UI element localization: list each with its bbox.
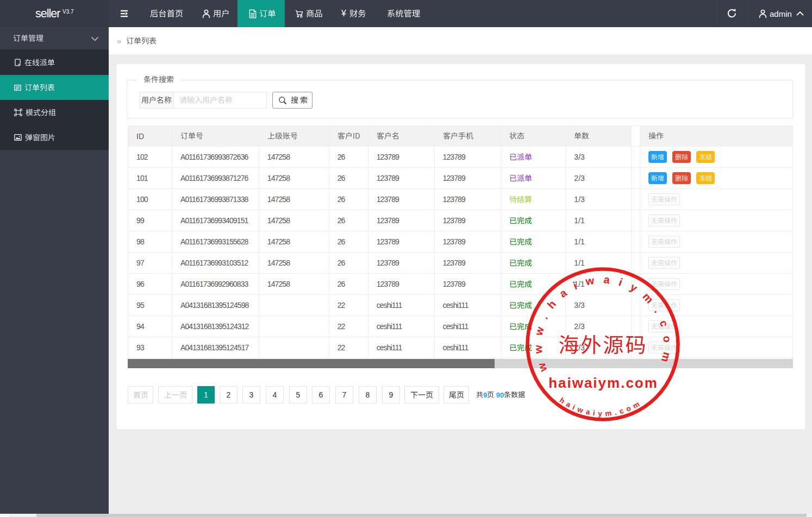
svg-text:haiwaiym.com: haiwaiym.com xyxy=(548,375,658,391)
